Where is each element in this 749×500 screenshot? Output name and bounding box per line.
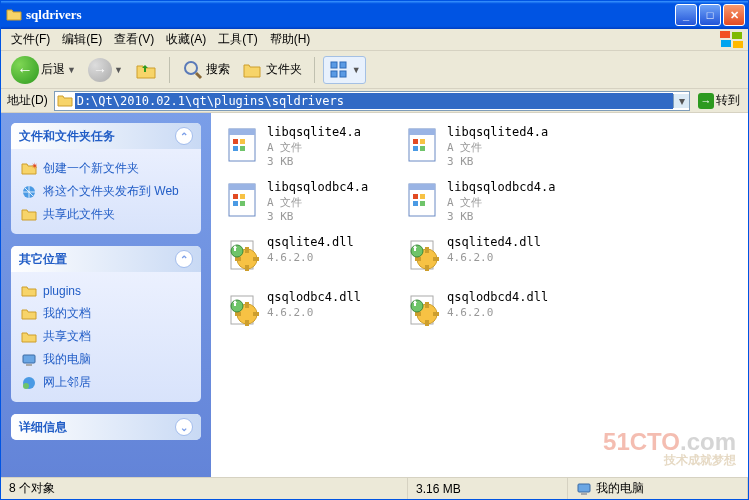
menubar: 文件(F) 编辑(E) 查看(V) 收藏(A) 工具(T) 帮助(H) (1, 29, 748, 51)
expand-icon: ⌄ (175, 418, 193, 436)
back-label: 后退 (41, 61, 65, 78)
other-places-header[interactable]: 其它位置 ⌃ (11, 246, 201, 272)
close-button[interactable]: ✕ (723, 4, 745, 26)
svg-rect-37 (420, 194, 425, 199)
svg-rect-63 (425, 302, 429, 308)
details-panel: 详细信息 ⌄ (11, 414, 201, 440)
svg-rect-58 (235, 312, 241, 316)
svg-rect-13 (26, 364, 32, 366)
forward-button[interactable]: → ▼ (84, 56, 127, 84)
file-item[interactable]: libqsqlited4.aA 文件3 KB (401, 123, 581, 178)
svg-rect-39 (420, 201, 425, 206)
menu-view[interactable]: 查看(V) (108, 29, 160, 50)
file-list-area[interactable]: libqsqlite4.aA 文件3 KBlibqsqlited4.aA 文件3… (211, 113, 748, 477)
svg-rect-56 (245, 302, 249, 308)
svg-rect-43 (245, 265, 249, 271)
file-type: 4.6.2.0 (267, 306, 399, 320)
details-header[interactable]: 详细信息 ⌄ (11, 414, 201, 440)
address-input[interactable] (75, 93, 673, 109)
file-item[interactable]: qsqlite4.dll4.6.2.0 (221, 233, 401, 288)
task-new-folder[interactable]: ✴ 创建一个新文件夹 (21, 157, 191, 180)
file-type: A 文件 (267, 196, 399, 210)
svg-rect-42 (245, 247, 249, 253)
place-network[interactable]: 网上邻居 (21, 371, 191, 394)
maximize-button[interactable]: □ (699, 4, 721, 26)
separator (169, 57, 170, 83)
svg-rect-51 (415, 257, 421, 261)
menu-edit[interactable]: 编辑(E) (56, 29, 108, 50)
svg-point-15 (23, 383, 29, 389)
task-publish-web[interactable]: 将这个文件夹发布到 Web (21, 180, 191, 203)
archive-file-icon (223, 125, 263, 165)
place-mycomputer[interactable]: 我的电脑 (21, 348, 191, 371)
archive-file-icon (403, 180, 443, 220)
go-button[interactable]: → 转到 (694, 92, 744, 109)
file-item[interactable]: libqsqlodbc4.aA 文件3 KB (221, 178, 401, 233)
file-tasks-header[interactable]: 文件和文件夹任务 ⌃ (11, 123, 201, 149)
address-dropdown-button[interactable]: ▾ (673, 94, 689, 108)
back-arrow-icon: ← (11, 56, 39, 84)
svg-rect-64 (425, 320, 429, 326)
svg-rect-6 (331, 62, 337, 68)
folders-button[interactable]: 文件夹 (238, 57, 306, 83)
svg-rect-69 (581, 493, 587, 495)
collapse-icon: ⌃ (175, 127, 193, 145)
file-type: 4.6.2.0 (267, 251, 399, 265)
file-item[interactable]: qsqlodbc4.dll4.6.2.0 (221, 288, 401, 343)
other-places-title: 其它位置 (19, 251, 67, 268)
file-item[interactable]: qsqlodbcd4.dll4.6.2.0 (401, 288, 581, 343)
archive-file-icon (223, 180, 263, 220)
svg-rect-65 (415, 312, 421, 316)
status-size: 3.16 MB (408, 478, 568, 499)
svg-rect-30 (233, 194, 238, 199)
svg-rect-24 (413, 139, 418, 144)
svg-rect-33 (240, 201, 245, 206)
file-item[interactable]: libqsqlodbcd4.aA 文件3 KB (401, 178, 581, 233)
titlebar[interactable]: sqldrivers _ □ ✕ (1, 1, 748, 29)
task-share-folder[interactable]: 共享此文件夹 (21, 203, 191, 226)
status-objects: 8 个对象 (1, 478, 408, 499)
svg-rect-27 (420, 146, 425, 151)
views-button[interactable]: ▼ (323, 56, 366, 84)
svg-rect-17 (229, 129, 255, 135)
svg-rect-50 (425, 265, 429, 271)
search-button[interactable]: 搜索 (178, 57, 234, 83)
svg-rect-57 (245, 320, 249, 326)
address-field-wrap[interactable]: ▾ (54, 91, 690, 111)
back-button[interactable]: ← 后退 ▼ (7, 54, 80, 86)
file-name: libqsqlodbc4.a (267, 180, 399, 196)
svg-rect-29 (229, 184, 255, 190)
menu-favorites[interactable]: 收藏(A) (160, 29, 212, 50)
minimize-button[interactable]: _ (675, 4, 697, 26)
svg-rect-44 (235, 257, 241, 261)
file-name: qsqlite4.dll (267, 235, 399, 251)
file-type: 4.6.2.0 (447, 306, 579, 320)
status-location: 我的电脑 (568, 478, 748, 499)
place-mydocs[interactable]: 我的文档 (21, 302, 191, 325)
file-item[interactable]: libqsqlite4.aA 文件3 KB (221, 123, 401, 178)
svg-rect-66 (433, 312, 439, 316)
menu-tools[interactable]: 工具(T) (212, 29, 263, 50)
archive-file-icon (403, 125, 443, 165)
svg-rect-21 (240, 146, 245, 151)
file-item[interactable]: qsqlited4.dll4.6.2.0 (401, 233, 581, 288)
svg-rect-18 (233, 139, 238, 144)
menu-file[interactable]: 文件(F) (5, 29, 56, 50)
file-name: qsqlodbc4.dll (267, 290, 399, 306)
place-plugins[interactable]: plugins (21, 280, 191, 302)
folder-icon (21, 329, 37, 345)
svg-rect-36 (413, 194, 418, 199)
folder-icon (21, 283, 37, 299)
menu-help[interactable]: 帮助(H) (264, 29, 317, 50)
svg-rect-7 (340, 62, 346, 68)
svg-rect-59 (253, 312, 259, 316)
chevron-down-icon: ▼ (352, 65, 361, 75)
dll-icon (403, 290, 443, 330)
file-size: 3 KB (447, 155, 579, 169)
forward-arrow-icon: → (88, 58, 112, 82)
svg-rect-52 (433, 257, 439, 261)
svg-rect-20 (233, 146, 238, 151)
svg-rect-19 (240, 139, 245, 144)
up-button[interactable] (131, 57, 161, 83)
place-shareddocs[interactable]: 共享文档 (21, 325, 191, 348)
